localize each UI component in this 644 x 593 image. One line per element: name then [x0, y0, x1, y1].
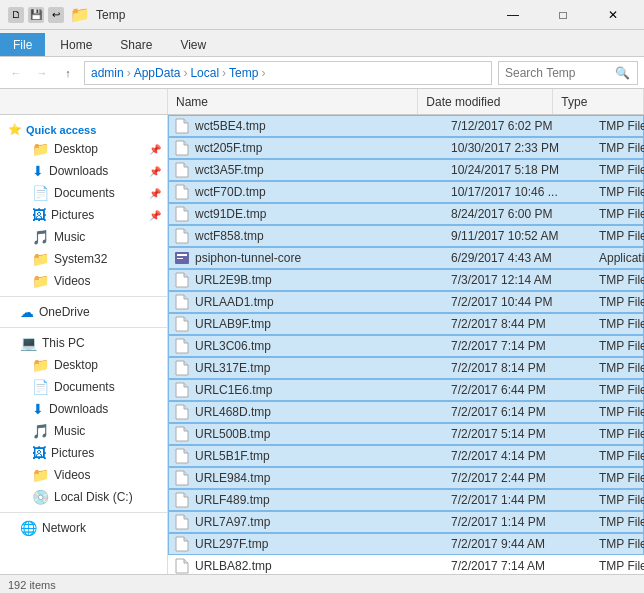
file-type: TMP File: [599, 537, 644, 551]
col-header-name[interactable]: Name: [168, 89, 418, 114]
table-row[interactable]: wctF70D.tmp10/17/2017 10:46 ...TMP File: [168, 181, 644, 203]
tmp-file-icon: [173, 227, 191, 245]
sidebar-item-pc-localdisk[interactable]: 💿 Local Disk (C:): [0, 486, 167, 508]
main-layout: ⭐ Quick access 📁 Desktop 📌 ⬇ Downloads 📌…: [0, 115, 644, 574]
sidebar-item-qa-desktop[interactable]: 📁 Desktop 📌: [0, 138, 167, 160]
file-date: 10/24/2017 5:18 PM: [451, 163, 599, 177]
sidebar-item-pc-desktop[interactable]: 📁 Desktop: [0, 354, 167, 376]
tmp-file-icon: [173, 117, 191, 135]
sidebar-label-pc-music: Music: [54, 424, 85, 438]
sidebar-label-pc-localdisk: Local Disk (C:): [54, 490, 133, 504]
minimize-button[interactable]: —: [490, 5, 536, 25]
sidebar-item-pc-music[interactable]: 🎵 Music: [0, 420, 167, 442]
table-row[interactable]: URL317E.tmp7/2/2017 8:14 PMTMP File: [168, 357, 644, 379]
undo-icon: ↩: [48, 7, 64, 23]
file-name: wct5BE4.tmp: [191, 119, 451, 133]
sidebar-label-pc-downloads: Downloads: [49, 402, 108, 416]
sidebar-label-pc-videos: Videos: [54, 468, 90, 482]
table-row[interactable]: URLF489.tmp7/2/2017 1:44 PMTMP File: [168, 489, 644, 511]
network-icon: 🌐: [20, 520, 37, 536]
search-input[interactable]: [505, 66, 615, 80]
sidebar-label-qa-videos: Videos: [54, 274, 90, 288]
file-date: 7/3/2017 12:14 AM: [451, 273, 599, 287]
sidebar-item-pc-videos[interactable]: 📁 Videos: [0, 464, 167, 486]
table-row[interactable]: URL297F.tmp7/2/2017 9:44 AMTMP File: [168, 533, 644, 555]
sidebar-item-pc-downloads[interactable]: ⬇ Downloads: [0, 398, 167, 420]
col-header-type[interactable]: Type: [553, 89, 644, 114]
sidebar-item-onedrive[interactable]: ☁ OneDrive: [0, 301, 167, 323]
table-row[interactable]: URLAAD1.tmp7/2/2017 10:44 PMTMP File: [168, 291, 644, 313]
sidebar-item-pc-documents[interactable]: 📄 Documents: [0, 376, 167, 398]
table-row[interactable]: wctF858.tmp9/11/2017 10:52 AMTMP File: [168, 225, 644, 247]
file-name: URLC1E6.tmp: [191, 383, 451, 397]
tmp-file-icon: [173, 381, 191, 399]
table-row[interactable]: URLAB9F.tmp7/2/2017 8:44 PMTMP File: [168, 313, 644, 335]
sidebar-item-qa-system32[interactable]: 📁 System32: [0, 248, 167, 270]
table-row[interactable]: psiphon-tunnel-core6/29/2017 4:43 AMAppl…: [168, 247, 644, 269]
file-name: URL7A97.tmp: [191, 515, 451, 529]
pin-icon3: 📌: [149, 188, 161, 199]
breadcrumb-local[interactable]: Local: [190, 66, 219, 80]
tab-file[interactable]: File: [0, 33, 45, 56]
tab-view[interactable]: View: [167, 33, 219, 56]
table-row[interactable]: URL2E9B.tmp7/3/2017 12:14 AMTMP File: [168, 269, 644, 291]
file-date: 7/2/2017 9:44 AM: [451, 537, 599, 551]
quick-access-header[interactable]: ⭐ Quick access: [0, 119, 167, 138]
cloud-icon: ☁: [20, 304, 34, 320]
back-button[interactable]: ←: [6, 63, 26, 83]
search-box[interactable]: 🔍: [498, 61, 638, 85]
sidebar-item-qa-documents[interactable]: 📄 Documents 📌: [0, 182, 167, 204]
close-button[interactable]: ✕: [590, 5, 636, 25]
svg-rect-2: [177, 258, 183, 259]
forward-button[interactable]: →: [32, 63, 52, 83]
breadcrumb-appdata[interactable]: AppData: [134, 66, 181, 80]
file-name: URLAAD1.tmp: [191, 295, 451, 309]
breadcrumb[interactable]: admin › AppData › Local › Temp ›: [84, 61, 492, 85]
music-icon: 🎵: [32, 229, 49, 245]
table-row[interactable]: URL7A97.tmp7/2/2017 1:14 PMTMP File: [168, 511, 644, 533]
file-type: TMP File: [599, 119, 644, 133]
tab-share[interactable]: Share: [107, 33, 165, 56]
table-row[interactable]: wct91DE.tmp8/24/2017 6:00 PMTMP File: [168, 203, 644, 225]
file-type: TMP File: [599, 163, 644, 177]
sidebar-item-pc-pictures[interactable]: 🖼 Pictures: [0, 442, 167, 464]
file-name: wctF70D.tmp: [191, 185, 451, 199]
download-icon2: ⬇: [32, 401, 44, 417]
tab-home[interactable]: Home: [47, 33, 105, 56]
table-row[interactable]: URLC1E6.tmp7/2/2017 6:44 PMTMP File: [168, 379, 644, 401]
tmp-file-icon: [173, 315, 191, 333]
breadcrumb-admin[interactable]: admin: [91, 66, 124, 80]
window-title: Temp: [96, 8, 484, 22]
file-list: wct5BE4.tmp7/12/2017 6:02 PMTMP Filewct2…: [168, 115, 644, 574]
sidebar-item-qa-pictures[interactable]: 🖼 Pictures 📌: [0, 204, 167, 226]
sidebar-item-qa-videos[interactable]: 📁 Videos: [0, 270, 167, 292]
up-button[interactable]: ↑: [58, 63, 78, 83]
col-header-date[interactable]: Date modified: [418, 89, 553, 114]
table-row[interactable]: wct3A5F.tmp10/24/2017 5:18 PMTMP File: [168, 159, 644, 181]
sidebar-item-network[interactable]: 🌐 Network: [0, 517, 167, 539]
file-name: URLF489.tmp: [191, 493, 451, 507]
file-date: 10/17/2017 10:46 ...: [451, 185, 599, 199]
file-name: URL3C06.tmp: [191, 339, 451, 353]
file-name: URLBA82.tmp: [191, 559, 451, 573]
tmp-file-icon: [173, 359, 191, 377]
sidebar-label-qa-system32: System32: [54, 252, 107, 266]
sidebar-item-thispc[interactable]: 💻 This PC: [0, 332, 167, 354]
table-row[interactable]: wct205F.tmp10/30/2017 2:33 PMTMP File: [168, 137, 644, 159]
download-icon: ⬇: [32, 163, 44, 179]
file-type: TMP File: [599, 229, 644, 243]
table-row[interactable]: URL468D.tmp7/2/2017 6:14 PMTMP File: [168, 401, 644, 423]
file-date: 7/2/2017 5:14 PM: [451, 427, 599, 441]
maximize-button[interactable]: □: [540, 5, 586, 25]
sidebar-item-qa-downloads[interactable]: ⬇ Downloads 📌: [0, 160, 167, 182]
breadcrumb-temp[interactable]: Temp: [229, 66, 258, 80]
tmp-file-icon: [173, 425, 191, 443]
table-row[interactable]: URL3C06.tmp7/2/2017 7:14 PMTMP File: [168, 335, 644, 357]
tmp-file-icon: [173, 337, 191, 355]
table-row[interactable]: URL500B.tmp7/2/2017 5:14 PMTMP File: [168, 423, 644, 445]
sidebar-item-qa-music[interactable]: 🎵 Music: [0, 226, 167, 248]
table-row[interactable]: URLBA82.tmp7/2/2017 7:14 AMTMP File: [168, 555, 644, 574]
table-row[interactable]: URLE984.tmp7/2/2017 2:44 PMTMP File: [168, 467, 644, 489]
table-row[interactable]: URL5B1F.tmp7/2/2017 4:14 PMTMP File: [168, 445, 644, 467]
table-row[interactable]: wct5BE4.tmp7/12/2017 6:02 PMTMP File: [168, 115, 644, 137]
